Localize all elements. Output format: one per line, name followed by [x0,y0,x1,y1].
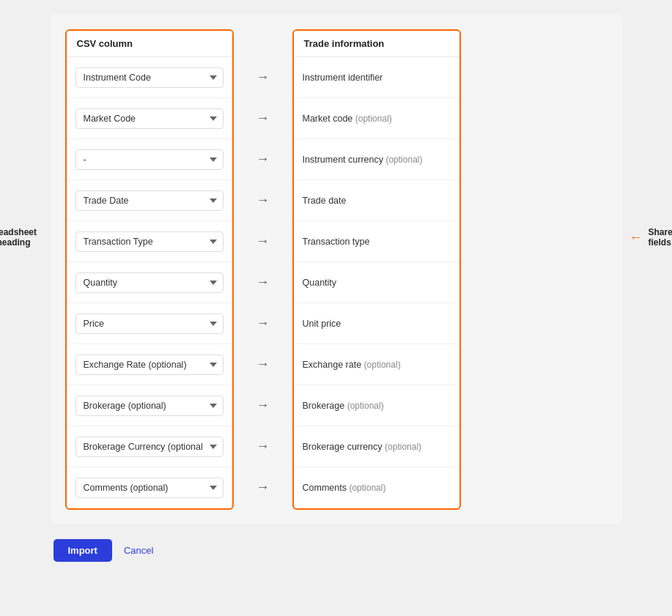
csv-row-6: Price [67,303,232,344]
trade-text-3: Trade date [303,196,347,206]
trade-col-rows: Instrument identifier Market code (optio… [294,57,459,508]
main-card: CSV column Instrument Code Market Code [51,15,622,524]
arrow-1: → [256,98,270,139]
trade-row-6: Unit price [294,303,459,344]
page-wrapper: → Your spreadsheetcolumn heading ← Share… [51,15,622,562]
arrow-7: → [256,344,270,385]
csv-row-7: Exchange Rate (optional) [67,344,232,385]
arrow-0: → [256,57,270,98]
arrow-3: → [256,180,270,221]
right-arrow-icon: ← [629,230,643,245]
trade-text-4: Transaction type [303,237,370,247]
csv-column-box: CSV column Instrument Code Market Code [65,29,234,510]
arrow-6: → [256,303,270,344]
trade-row-7: Exchange rate (optional) [294,344,459,385]
arrow-2: → [256,139,270,180]
trade-text-5: Quantity [303,278,337,288]
trade-row-8: Brokerage (optional) [294,385,459,426]
arrow-8: → [256,385,270,426]
trade-row-5: Quantity [294,262,459,303]
csv-row-1: Market Code [67,98,232,139]
import-button[interactable]: Import [53,539,112,562]
trade-row-10: Comments (optional) [294,467,459,508]
trade-text-8: Brokerage (optional) [303,401,384,411]
trade-row-1: Market code (optional) [294,98,459,139]
trade-text-0: Instrument identifier [303,73,383,83]
trade-text-2: Instrument currency (optional) [303,155,423,165]
csv-row-0: Instrument Code [67,57,232,98]
right-side-label: ← Sharesight fields [629,227,673,248]
trade-text-6: Unit price [303,319,341,329]
trade-row-4: Transaction type [294,221,459,262]
csv-row-3: Trade Date [67,180,232,221]
csv-row-10: Comments (optional) [67,467,232,508]
trade-row-2: Instrument currency (optional) [294,139,459,180]
csv-select-trade-date[interactable]: Trade Date [75,190,224,211]
footer-buttons: Import Cancel [53,539,622,562]
csv-select-instrument-code[interactable]: Instrument Code [75,67,224,88]
csv-column-header: CSV column [67,31,232,57]
trade-row-9: Brokerage currency (optional) [294,426,459,467]
arrow-5: → [256,262,270,303]
csv-select-brokerage[interactable]: Brokerage (optional) [75,396,224,416]
csv-row-9: Brokerage Currency (optional) [67,426,232,467]
csv-row-8: Brokerage (optional) [67,385,232,426]
arrow-4: → [256,221,270,262]
csv-row-2: - [67,139,232,180]
csv-select-market-code[interactable]: Market Code [75,108,224,129]
csv-select-exchange-rate[interactable]: Exchange Rate (optional) [75,355,224,375]
arrow-9: → [256,426,270,467]
csv-row-4: Transaction Type [67,221,232,262]
trade-text-7: Exchange rate (optional) [303,360,401,370]
csv-row-5: Quantity [67,262,232,303]
trade-column-box: Trade information Instrument identifier … [292,29,461,510]
columns-wrapper: CSV column Instrument Code Market Code [65,29,608,510]
trade-text-9: Brokerage currency (optional) [303,442,422,452]
trade-column-header: Trade information [294,31,459,57]
csv-select-dash[interactable]: - [75,149,224,170]
csv-select-price[interactable]: Price [75,313,224,334]
csv-select-comments[interactable]: Comments (optional) [75,478,224,498]
csv-select-transaction-type[interactable]: Transaction Type [75,231,224,252]
csv-select-brokerage-currency[interactable]: Brokerage Currency (optional) [75,437,224,457]
arrows-column: → → → → → → → → → → → [234,29,292,508]
right-label-text: Sharesight fields [649,227,673,248]
csv-select-quantity[interactable]: Quantity [75,272,224,293]
left-side-label: → Your spreadsheetcolumn heading [0,227,40,248]
left-label-text: Your spreadsheetcolumn heading [0,227,37,248]
trade-text-10: Comments (optional) [303,483,386,493]
cancel-button[interactable]: Cancel [124,545,153,556]
trade-text-1: Market code (optional) [303,114,392,124]
trade-row-0: Instrument identifier [294,57,459,98]
arrow-10: → [256,467,270,508]
trade-row-3: Trade date [294,180,459,221]
csv-col-rows: Instrument Code Market Code - [67,57,232,508]
